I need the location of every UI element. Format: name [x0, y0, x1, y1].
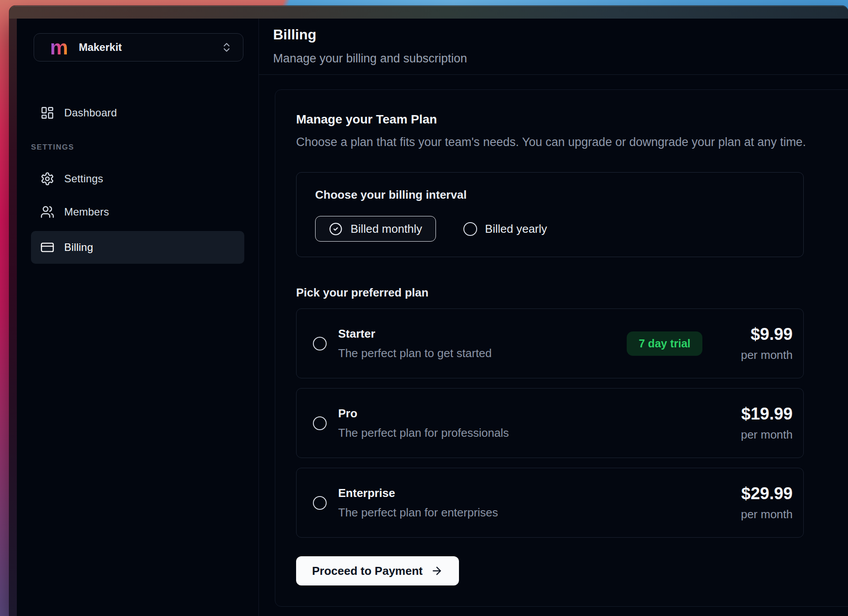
interval-option-label: Billed monthly: [351, 222, 422, 236]
plan-name: Pro: [338, 406, 509, 420]
plan-description: The perfect plan to get started: [338, 346, 492, 360]
interval-option-label: Billed yearly: [485, 222, 547, 236]
workspace-name: Makerkit: [79, 41, 122, 54]
sidebar-item-label: Dashboard: [64, 107, 117, 119]
page-subtitle: Manage your billing and subscription: [273, 50, 848, 66]
trial-badge: 7 day trial: [627, 331, 702, 356]
plan-period: per month: [726, 507, 793, 521]
page-header: Billing Manage your billing and subscrip…: [259, 19, 848, 75]
check-circle-icon: [329, 222, 343, 236]
plan-price: $19.99: [726, 404, 793, 423]
plan-price-block: $19.99 per month: [726, 404, 793, 442]
sidebar-item-dashboard[interactable]: Dashboard: [31, 99, 244, 127]
interval-option-monthly[interactable]: Billed monthly: [315, 216, 436, 242]
interval-option-yearly[interactable]: Billed yearly: [463, 222, 547, 236]
plan-info: Enterprise The perfect plan for enterpri…: [313, 486, 726, 520]
page-title: Billing: [273, 26, 848, 43]
radio-circle-icon[interactable]: [313, 337, 327, 350]
sidebar-item-label: Settings: [64, 173, 103, 185]
plan-info: Starter The perfect plan to get started: [313, 327, 627, 360]
plan-name: Starter: [338, 327, 492, 341]
interval-options-row: Billed monthly Billed yearly: [315, 216, 785, 242]
sidebar: m Makerkit Dashboard SETTINGS: [9, 19, 259, 616]
app-window: m Makerkit Dashboard SETTINGS: [9, 6, 848, 616]
plan-list: Starter The perfect plan to get started …: [296, 308, 833, 538]
plan-option-pro[interactable]: Pro The perfect plan for professionals $…: [296, 388, 804, 458]
plan-price: $29.99: [726, 484, 793, 503]
card-title: Manage your Team Plan: [296, 112, 833, 127]
sidebar-item-billing[interactable]: Billing: [31, 231, 244, 264]
window-titlebar: [9, 6, 848, 19]
card-description: Choose a plan that fits your team's need…: [296, 134, 833, 150]
team-plan-card: Manage your Team Plan Choose a plan that…: [275, 89, 848, 607]
makerkit-logo: m: [50, 34, 68, 61]
radio-circle-icon[interactable]: [313, 416, 327, 430]
window-edge-tint: [9, 19, 17, 616]
sidebar-section-label: SETTINGS: [31, 143, 258, 152]
app-layout: m Makerkit Dashboard SETTINGS: [9, 19, 848, 616]
sidebar-item-members[interactable]: Members: [31, 198, 244, 226]
main-content: Billing Manage your billing and subscrip…: [259, 19, 848, 616]
proceed-to-payment-button[interactable]: Proceed to Payment: [296, 556, 459, 585]
plan-period: per month: [726, 348, 793, 362]
plan-price-block: $9.99 per month: [726, 325, 793, 362]
chevrons-up-down-icon: [221, 42, 232, 53]
plan-price-block: $29.99 per month: [726, 484, 793, 521]
plan-period: per month: [726, 427, 793, 442]
arrow-right-icon: [431, 565, 443, 577]
credit-card-icon: [40, 240, 64, 254]
plan-price: $9.99: [726, 325, 793, 343]
plan-option-enterprise[interactable]: Enterprise The perfect plan for enterpri…: [296, 468, 804, 538]
desktop: m Makerkit Dashboard SETTINGS: [0, 0, 848, 616]
workspace-selector[interactable]: m Makerkit: [34, 33, 243, 62]
plans-label: Pick your preferred plan: [296, 285, 833, 300]
interval-label: Choose your billing interval: [315, 188, 785, 202]
billing-interval-group: Choose your billing interval Billed mont…: [296, 172, 804, 257]
sidebar-nav: Dashboard SETTINGS Settings Members: [34, 99, 258, 264]
plan-description: The perfect plan for enterprises: [338, 505, 498, 520]
users-icon: [40, 205, 64, 219]
radio-circle-icon[interactable]: [313, 496, 327, 510]
radio-circle-icon: [463, 222, 477, 236]
plan-option-starter[interactable]: Starter The perfect plan to get started …: [296, 308, 804, 378]
sidebar-item-settings[interactable]: Settings: [31, 165, 244, 193]
plan-name: Enterprise: [338, 486, 498, 500]
sidebar-item-label: Billing: [64, 241, 93, 254]
proceed-to-payment-label: Proceed to Payment: [312, 564, 423, 578]
sidebar-item-label: Members: [64, 206, 109, 218]
plan-info: Pro The perfect plan for professionals: [313, 406, 726, 440]
layout-dashboard-icon: [40, 106, 64, 120]
gear-icon: [40, 172, 64, 186]
plan-description: The perfect plan for professionals: [338, 426, 509, 440]
